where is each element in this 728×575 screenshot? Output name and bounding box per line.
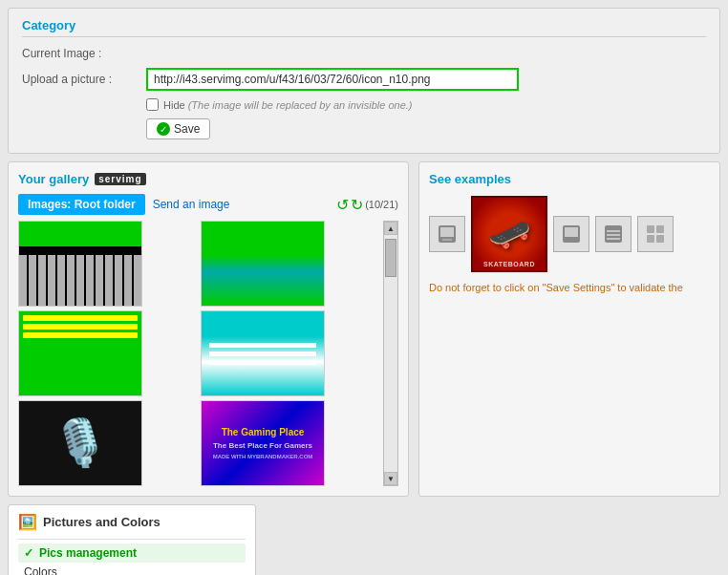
panel-title-label: Pictures and Colors [43, 515, 161, 529]
examples-icons: 🛹 SKATEBOARD [429, 196, 710, 272]
gallery-section: Your gallery servimg Images: Root folder… [8, 161, 409, 497]
gaming-footer: MADE WITH MYBRANDMAKER.COM [213, 454, 313, 459]
panel-item-colors[interactable]: Colors [18, 563, 246, 575]
thumb-piano-green2 [202, 222, 324, 306]
check-icon: ✓ [24, 546, 33, 560]
svg-rect-4 [565, 227, 578, 237]
panel-item-pics[interactable]: ✓ Pics management [18, 543, 246, 563]
main-content: Your gallery servimg Images: Root folder… [8, 161, 720, 497]
scroll-up-button[interactable]: ▲ [384, 222, 397, 235]
scroll-down-button[interactable]: ▼ [384, 472, 397, 485]
skateboard-figure: 🛹 [488, 214, 531, 254]
gallery-toolbar: Images: Root folder Send an image ↺ ↻ (1… [18, 194, 398, 215]
panel-item-colors-label: Colors [24, 565, 57, 575]
bottom-panel-title: 🖼️ Pictures and Colors [18, 513, 246, 531]
gallery-thumb-4[interactable] [201, 310, 325, 396]
hide-checkbox[interactable] [146, 98, 159, 111]
save-icon: ✓ [157, 122, 170, 136]
your-gallery-label: Your gallery [18, 172, 89, 186]
nav-prev-arrow[interactable]: ↺ [336, 196, 349, 214]
example-icon-1 [429, 216, 465, 252]
bottom-panel: 🖼️ Pictures and Colors ✓ Pics management… [8, 504, 256, 575]
skateboard-thumb: 🛹 SKATEBOARD [471, 196, 547, 272]
root-folder-button[interactable]: Images: Root folder [18, 194, 145, 215]
gallery-scrollbar: ▲ ▼ [383, 221, 398, 486]
gallery-grid: 🎙️ The Gaming Place The Best Place For G… [18, 221, 379, 486]
servimg-logo: servimg [95, 173, 145, 185]
gallery-thumb-2[interactable] [201, 221, 325, 307]
thumb-gaming: The Gaming Place The Best Place For Game… [202, 401, 324, 485]
svg-rect-1 [440, 227, 454, 237]
svg-rect-9 [647, 225, 654, 233]
gaming-title: The Gaming Place [222, 427, 305, 437]
current-image-row: Current Image : [22, 47, 706, 60]
hide-note: (The image will be replaced by an invisi… [188, 99, 413, 111]
example-icon-3 [595, 216, 632, 252]
svg-rect-10 [656, 225, 664, 233]
hide-row: Hide (The image will be replaced by an i… [146, 98, 706, 111]
scroll-track [384, 235, 397, 472]
current-image-label: Current Image : [22, 47, 146, 60]
url-input[interactable] [146, 68, 519, 91]
save-label: Save [174, 122, 200, 136]
skateboard-label: SKATEBOARD [483, 261, 535, 267]
examples-title: See examples [429, 172, 710, 186]
svg-rect-12 [656, 235, 664, 243]
svg-rect-2 [442, 239, 452, 241]
example-icon-2 [553, 216, 589, 252]
gallery-thumb-5[interactable]: 🎙️ [18, 400, 142, 486]
nav-arrows: ↺ ↻ (10/21) [336, 196, 398, 214]
hide-label: Hide [163, 99, 185, 111]
send-image-link[interactable]: Send an image [153, 198, 230, 211]
thumb-mic: 🎙️ [19, 401, 141, 485]
category-title: Category [22, 18, 706, 37]
examples-section: See examples 🛹 SKATEBOARD Do not forget … [418, 161, 720, 497]
gallery-title: Your gallery servimg [18, 172, 398, 186]
save-button[interactable]: ✓ Save [146, 118, 210, 139]
svg-rect-5 [605, 225, 622, 243]
svg-rect-11 [647, 235, 654, 243]
gallery-thumb-6[interactable]: The Gaming Place The Best Place For Game… [201, 400, 325, 486]
divider-1 [18, 539, 246, 540]
gallery-thumb-3[interactable] [18, 310, 142, 396]
panel-item-pics-label: Pics management [39, 546, 137, 560]
examples-note: Do not forget to click on "Save Settings… [429, 282, 710, 293]
upload-label: Upload a picture : [22, 73, 146, 86]
example-icon-4 [637, 216, 674, 252]
upload-row: Upload a picture : [22, 68, 706, 91]
category-section: Category Current Image : Upload a pictur… [8, 8, 720, 154]
scroll-thumb[interactable] [385, 239, 396, 277]
thumb-piano-green [19, 222, 141, 306]
gallery-grid-wrapper: 🎙️ The Gaming Place The Best Place For G… [18, 221, 398, 486]
page-count: (10/21) [365, 199, 398, 210]
nav-next-arrow[interactable]: ↻ [351, 196, 363, 214]
panel-icon: 🖼️ [18, 513, 37, 531]
thumb-green-bars [19, 311, 141, 395]
thumb-white-bars [202, 311, 324, 395]
gallery-thumb-1[interactable] [18, 221, 142, 307]
gaming-subtitle: The Best Place For Gamers [213, 441, 312, 450]
